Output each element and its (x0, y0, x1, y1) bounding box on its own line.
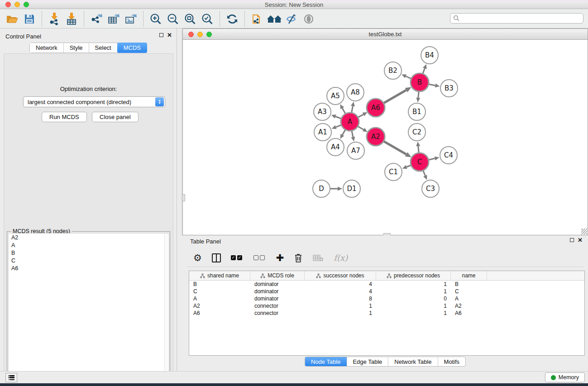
import-table-icon[interactable] (63, 11, 80, 27)
cell-successor-nodes[interactable]: 1 (305, 310, 376, 317)
table-row[interactable]: Adominator80A (189, 295, 584, 302)
cell-name[interactable]: A6 (451, 310, 487, 317)
node-A8[interactable]: A8 (347, 84, 364, 101)
export-table-icon[interactable] (105, 11, 122, 27)
node-A2[interactable]: A2 (367, 128, 385, 146)
node-C1[interactable]: C1 (385, 163, 402, 181)
cell-successor-nodes[interactable]: 1 (305, 302, 376, 310)
deselect-all-columns-icon[interactable] (253, 255, 266, 260)
node-A6[interactable]: A6 (367, 99, 385, 117)
node-B3[interactable]: B3 (440, 80, 458, 97)
cell-shared-name[interactable]: A (189, 295, 250, 302)
cell-predecessor-nodes[interactable]: 1 (376, 288, 451, 295)
tab-network[interactable]: Network (30, 43, 64, 52)
import-network-icon[interactable] (46, 11, 63, 27)
tab-network-table[interactable]: Network Table (388, 357, 438, 366)
zoom-selected-icon[interactable] (199, 11, 216, 27)
node-A1[interactable]: A1 (314, 124, 331, 141)
cell-successor-nodes[interactable]: 4 (305, 288, 376, 295)
node-C4[interactable]: C4 (440, 147, 457, 164)
result-item[interactable]: B (9, 249, 169, 257)
cell-shared-name[interactable]: A2 (189, 302, 250, 310)
tab-edge-table[interactable]: Edge Table (347, 357, 388, 366)
cell-name[interactable]: A2 (451, 302, 487, 310)
cell-shared-name[interactable]: A6 (189, 310, 250, 317)
export-image-icon[interactable] (122, 11, 139, 27)
column-header-MCDS-role[interactable]: MCDS role (250, 271, 305, 280)
result-item[interactable]: A2 (9, 234, 169, 241)
mcds-result-list[interactable]: A2ABCA6 (8, 233, 169, 384)
cell-predecessor-nodes[interactable]: 1 (376, 310, 451, 317)
resize-grip[interactable] (581, 229, 587, 234)
close-table-panel-icon[interactable]: ✕ (578, 238, 583, 242)
zoom-out-icon[interactable] (164, 11, 182, 27)
node-D1[interactable]: D1 (343, 180, 360, 197)
cell-name[interactable]: A (451, 295, 487, 302)
network-window-titlebar[interactable]: testGlobe.txt (183, 29, 588, 40)
cell-successor-nodes[interactable]: 8 (305, 295, 376, 302)
result-item[interactable]: C (9, 257, 169, 264)
memory-button[interactable]: Memory (545, 372, 585, 382)
node-A7[interactable]: A7 (347, 142, 364, 159)
cell-name[interactable]: C (451, 288, 487, 295)
cell-MCDS-role[interactable]: dominator (250, 295, 305, 302)
column-header-name[interactable]: name (451, 271, 487, 280)
birdseye-view-icon[interactable] (300, 11, 317, 27)
zoom-in-icon[interactable] (147, 11, 164, 27)
cell-name[interactable]: B (451, 281, 487, 288)
cell-predecessor-nodes[interactable]: 1 (376, 281, 451, 288)
column-header-shared-name[interactable]: shared name (189, 271, 250, 280)
table-row[interactable]: A6connector11A6 (189, 310, 584, 317)
cell-MCDS-role[interactable]: dominator (250, 288, 305, 295)
float-panel-icon[interactable] (159, 33, 163, 37)
close-panel-button[interactable]: Close panel (92, 112, 139, 122)
run-mcds-button[interactable]: Run MCDS (42, 112, 87, 122)
column-header-predecessor-nodes[interactable]: predecessor nodes (376, 271, 451, 280)
node-D[interactable]: D (313, 180, 330, 197)
cell-MCDS-role[interactable]: dominator (250, 281, 305, 288)
search-field[interactable] (450, 13, 583, 24)
tab-motifs[interactable]: Motifs (438, 357, 465, 366)
select-all-columns-icon[interactable]: ✓✓ (231, 255, 244, 260)
delete-table-icon[interactable] (313, 254, 324, 262)
float-table-panel-icon[interactable] (570, 238, 574, 242)
cell-MCDS-role[interactable]: connector (250, 310, 305, 317)
node-C2[interactable]: C2 (408, 124, 425, 141)
node-B1[interactable]: B1 (408, 103, 425, 120)
column-header-successor-nodes[interactable]: successor nodes (305, 271, 376, 280)
clone-network-icon[interactable] (249, 11, 266, 27)
tab-select[interactable]: Select (89, 43, 118, 52)
toggle-panes-icon[interactable] (212, 253, 221, 262)
task-history-button[interactable] (5, 373, 17, 382)
cell-successor-nodes[interactable]: 4 (305, 281, 376, 288)
result-item[interactable]: A6 (9, 264, 169, 272)
node-C[interactable]: C (411, 153, 429, 171)
cell-predecessor-nodes[interactable]: 0 (376, 295, 451, 302)
node-B[interactable]: B (411, 73, 429, 91)
left-edge-handle[interactable] (182, 194, 185, 201)
export-network-icon[interactable] (88, 11, 105, 27)
search-input[interactable] (460, 15, 583, 22)
table-options-icon[interactable]: ⚙ (193, 253, 202, 262)
node-A5[interactable]: A5 (327, 87, 344, 105)
node-B2[interactable]: B2 (384, 62, 402, 79)
save-session-icon[interactable] (21, 11, 38, 27)
tab-style[interactable]: Style (64, 43, 89, 52)
criterion-dropdown[interactable]: largest connected component (directed) ▲… (23, 96, 165, 107)
result-scrollbar[interactable] (164, 234, 169, 383)
open-file-icon[interactable] (4, 11, 21, 27)
node-B4[interactable]: B4 (421, 47, 438, 64)
node-table[interactable]: shared nameMCDS rolesuccessor nodesprede… (189, 271, 585, 356)
network-canvas[interactable]: B4B2BB3A8A5A6A3B1AA1C2A2A4A7CC4C1C3DD1 (183, 40, 588, 234)
table-row[interactable]: Bdominator41B (189, 281, 584, 288)
table-row[interactable]: A2connector11A2 (189, 302, 584, 310)
node-C3[interactable]: C3 (422, 180, 439, 197)
tab-mcds[interactable]: MCDS (117, 43, 147, 53)
node-A[interactable]: A (341, 113, 359, 131)
tab-node-table[interactable]: Node Table (305, 357, 347, 366)
cell-shared-name[interactable]: C (189, 288, 250, 295)
node-A4[interactable]: A4 (327, 138, 344, 156)
cell-predecessor-nodes[interactable]: 1 (376, 302, 451, 310)
delete-columns-icon[interactable] (294, 253, 303, 263)
table-row[interactable]: Cdominator41C (189, 288, 584, 295)
